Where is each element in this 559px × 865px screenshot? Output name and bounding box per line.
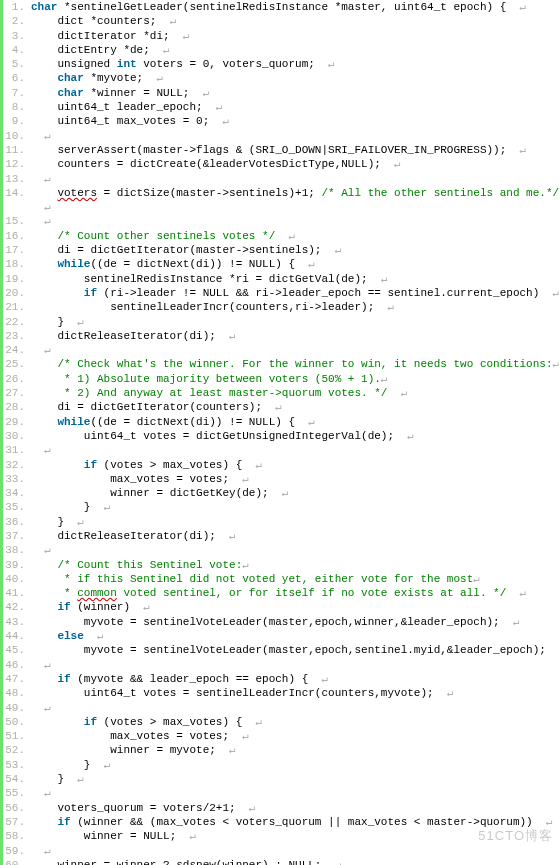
line-number: 53. (3, 758, 31, 772)
code-line: 59. ↵ (3, 844, 559, 858)
line-number: 52. (3, 743, 31, 757)
eol-marker: ↵ (229, 330, 236, 342)
eol-marker: ↵ (335, 859, 342, 865)
line-number: 49. (3, 701, 31, 715)
line-number: 35. (3, 500, 31, 514)
code-content: uint64_t votes = sentinelLeaderIncr(coun… (31, 686, 559, 700)
code-content: } ↵ (31, 500, 559, 514)
line-number: 43. (3, 615, 31, 629)
eol-marker: ↵ (249, 802, 256, 814)
code-line: 26. * 1) Absolute majority between voter… (3, 372, 559, 386)
code-content: /* Count this Sentinel vote:↵ (31, 558, 559, 572)
code-line: 14. voters = dictSize(master->sentinels)… (3, 186, 559, 200)
code-content: winner = dictGetKey(de); ↵ (31, 486, 559, 500)
eol-marker: ↵ (275, 401, 282, 413)
code-content: unsigned int voters = 0, voters_quorum; … (31, 57, 559, 71)
code-line: 35. } ↵ (3, 500, 559, 514)
code-line: 17. di = dictGetIterator(master->sentine… (3, 243, 559, 257)
code-line: 5. unsigned int voters = 0, voters_quoru… (3, 57, 559, 71)
line-number: 12. (3, 157, 31, 171)
code-content: while((de = dictNext(di)) != NULL) { ↵ (31, 415, 559, 429)
code-line: 45. myvote = sentinelVoteLeader(master,e… (3, 643, 559, 657)
code-line: 6. char *myvote; ↵ (3, 71, 559, 85)
code-line: ↵ (3, 200, 559, 214)
eol-marker: ↵ (288, 230, 295, 242)
eol-marker: ↵ (183, 30, 190, 42)
code-line: 18. while((de = dictNext(di)) != NULL) {… (3, 257, 559, 271)
code-content: ↵ (31, 658, 559, 672)
code-content: if (winner) ↵ (31, 600, 559, 614)
line-number: 18. (3, 257, 31, 271)
eol-marker: ↵ (255, 716, 262, 728)
line-number: 59. (3, 844, 31, 858)
eol-marker: ↵ (519, 144, 526, 156)
eol-marker: ↵ (44, 344, 51, 356)
line-number: 36. (3, 515, 31, 529)
code-line: 19. sentinelRedisInstance *ri = dictGetV… (3, 272, 559, 286)
code-content: uint64_t max_votes = 0; ↵ (31, 114, 559, 128)
code-content: * 2) And anyway at least master->quorum … (31, 386, 559, 400)
eol-marker: ↵ (546, 816, 553, 828)
eol-marker: ↵ (242, 730, 249, 742)
line-number: 1. (3, 0, 31, 14)
code-content: dictReleaseIterator(di); ↵ (31, 329, 559, 343)
eol-marker: ↵ (170, 15, 177, 27)
code-content: myvote = sentinelVoteLeader(master,epoch… (31, 615, 559, 629)
code-line: 49. ↵ (3, 701, 559, 715)
code-line: 51. max_votes = votes; ↵ (3, 729, 559, 743)
code-line: 56. voters_quorum = voters/2+1; ↵ (3, 801, 559, 815)
code-content: uint64_t leader_epoch; ↵ (31, 100, 559, 114)
code-line: 42. if (winner) ↵ (3, 600, 559, 614)
code-line: 38. ↵ (3, 543, 559, 557)
eol-marker: ↵ (44, 659, 51, 671)
line-number: 55. (3, 786, 31, 800)
code-content: winner = myvote; ↵ (31, 743, 559, 757)
code-line: 21. sentinelLeaderIncr(counters,ri->lead… (3, 300, 559, 314)
line-number: 24. (3, 343, 31, 357)
line-number: 40. (3, 572, 31, 586)
eol-marker: ↵ (189, 830, 196, 842)
eol-marker: ↵ (513, 616, 520, 628)
code-content: ↵ (31, 129, 559, 143)
line-number: 3. (3, 29, 31, 43)
eol-marker: ↵ (242, 473, 249, 485)
eol-marker: ↵ (44, 845, 51, 857)
eol-marker: ↵ (44, 130, 51, 142)
code-line: 9. uint64_t max_votes = 0; ↵ (3, 114, 559, 128)
line-number: 48. (3, 686, 31, 700)
eol-marker: ↵ (104, 501, 111, 513)
line-number: 26. (3, 372, 31, 386)
line-number: 46. (3, 658, 31, 672)
line-number: 37. (3, 529, 31, 543)
code-line: 44. else ↵ (3, 629, 559, 643)
code-line: 57. if (winner && (max_votes < voters_qu… (3, 815, 559, 829)
eol-marker: ↵ (308, 416, 315, 428)
code-content: if (ri->leader != NULL && ri->leader_epo… (31, 286, 559, 300)
eol-marker: ↵ (97, 630, 104, 642)
code-line: 25. /* Check what's the winner. For the … (3, 357, 559, 371)
line-number: 28. (3, 400, 31, 414)
line-number: 47. (3, 672, 31, 686)
code-content: ↵ (31, 443, 559, 457)
code-line: 46. ↵ (3, 658, 559, 672)
line-number: 25. (3, 357, 31, 371)
line-number: 22. (3, 315, 31, 329)
eol-marker: ↵ (519, 1, 526, 13)
code-content: sentinelLeaderIncr(counters,ri->leader);… (31, 300, 559, 314)
line-number: 31. (3, 443, 31, 457)
code-content: winner = winner ? sdsnew(winner) : NULL;… (31, 858, 559, 865)
code-line: 8. uint64_t leader_epoch; ↵ (3, 100, 559, 114)
code-line: 3. dictIterator *di; ↵ (3, 29, 559, 43)
code-content: } ↵ (31, 758, 559, 772)
line-number: 20. (3, 286, 31, 300)
code-content: char *myvote; ↵ (31, 71, 559, 85)
code-line: 27. * 2) And anyway at least master->quo… (3, 386, 559, 400)
eol-marker: ↵ (447, 687, 454, 699)
line-number: 44. (3, 629, 31, 643)
eol-marker: ↵ (163, 44, 170, 56)
line-number: 54. (3, 772, 31, 786)
line-number: 15. (3, 214, 31, 228)
line-number: 16. (3, 229, 31, 243)
code-content: max_votes = votes; ↵ (31, 472, 559, 486)
code-content: ↵ (31, 172, 559, 186)
